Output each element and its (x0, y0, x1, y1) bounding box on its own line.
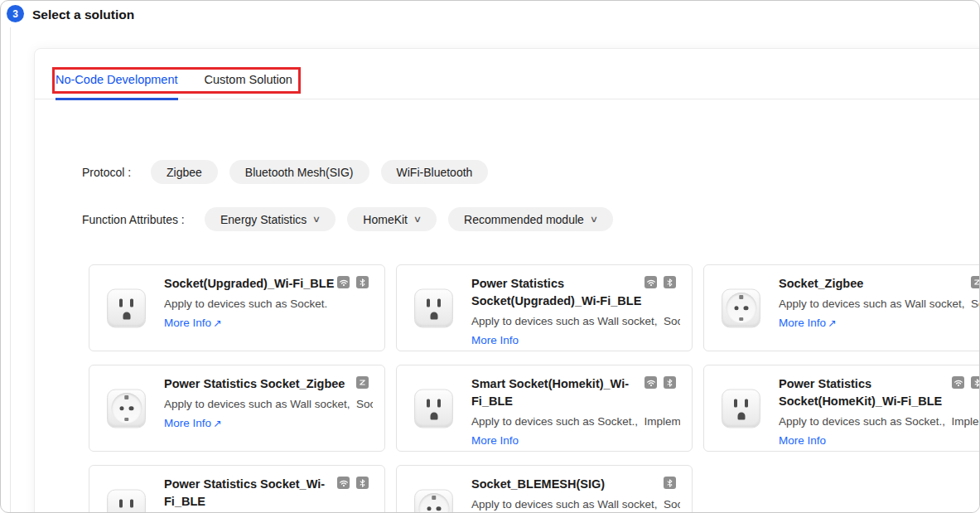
solution-description: Apply to devices such as Socket., Implem… (471, 414, 680, 429)
eu-socket-icon (107, 389, 146, 428)
active-tab-indicator (56, 98, 178, 100)
solution-title: Power Statistics Socket(HomeKit)_Wi-Fi_B… (779, 375, 980, 410)
page-title: Select a solution (32, 7, 134, 22)
solution-title: Socket_BLEMESH(SIG) (471, 476, 680, 493)
protocol-badges (356, 376, 369, 389)
dropdown-homekit[interactable]: HomeKit∨ (347, 207, 437, 231)
tab-bar: No-Code Development Custom Solution (35, 49, 980, 99)
solution-title: Socket_Zigbee (779, 275, 980, 293)
bluetooth-icon (664, 276, 676, 288)
solution-card[interactable]: Socket_BLEMESH(SIG) Apply to devices suc… (396, 465, 693, 513)
external-link-icon: ↗ (213, 316, 221, 331)
protocol-badges (644, 276, 676, 288)
more-info-label: More Info (779, 433, 826, 448)
more-info-label: More Info (471, 333, 519, 348)
select-solution-page: { "step": { "number": "3", "title": "Sel… (0, 0, 980, 513)
bluetooth-icon (664, 477, 676, 489)
more-info-link[interactable]: More Info (471, 333, 519, 348)
solution-description: Apply to devices such as Socket., Implem… (779, 414, 980, 429)
solution-card[interactable]: Power Statistics Socket_Zigbee Apply to … (89, 365, 385, 452)
protocol-chip-zigbee[interactable]: Zigbee (151, 160, 218, 184)
eu-socket-icon (722, 288, 760, 327)
function-attributes-label: Function Attributes : (82, 213, 193, 226)
function-attributes-row: Function Attributes : Energy Statistics∨… (82, 207, 625, 231)
zigbee-icon (971, 276, 980, 288)
solution-title: Power Statistics Socket_Zigbee (164, 375, 373, 393)
solution-description: Apply to devices such as Wall socket, So… (164, 396, 373, 412)
bluetooth-icon (356, 477, 369, 489)
dropdown-energy-statistics[interactable]: Energy Statistics∨ (205, 207, 336, 231)
external-link-icon: ↗ (213, 416, 221, 431)
solution-card[interactable]: Socket_Zigbee Apply to devices such as W… (703, 264, 980, 351)
protocol-badges (952, 376, 980, 389)
more-info-link[interactable]: More Info↗ (164, 316, 222, 331)
more-info-label: More Info (164, 316, 211, 331)
more-info-label: More Info (471, 433, 519, 448)
protocol-chip-wifi-bluetooth[interactable]: WiFi-Bluetooth (381, 160, 489, 184)
dropdown-recommended-module[interactable]: Recommended module∨ (448, 207, 613, 231)
tab-no-code-development[interactable]: No-Code Development (56, 61, 178, 86)
external-link-icon: ↗ (828, 316, 836, 331)
more-info-label: More Info (779, 316, 826, 331)
bluetooth-icon (971, 376, 980, 389)
dropdown-label: Recommended module (464, 213, 584, 226)
more-info-label: More Info (164, 416, 211, 431)
protocol-badges (664, 477, 676, 489)
step-connector-line (10, 27, 11, 512)
tab-custom-solution[interactable]: Custom Solution (205, 61, 292, 86)
solution-card[interactable]: Power Statistics Socket(HomeKit)_Wi-Fi_B… (703, 365, 980, 452)
protocol-badges (337, 276, 369, 288)
wifi-icon (337, 477, 350, 489)
more-info-link[interactable]: More Info (779, 433, 826, 448)
solution-card[interactable]: Power Statistics Socket(Upgraded)_Wi-Fi_… (396, 264, 693, 351)
wifi-icon (644, 276, 657, 288)
bluetooth-icon (356, 276, 369, 288)
more-info-link[interactable]: More Info (471, 433, 519, 448)
solution-panel: No-Code Development Custom Solution Prot… (34, 48, 980, 513)
solution-description: Apply to devices such as Wall socket, So… (471, 496, 680, 512)
us-socket-icon (107, 288, 146, 327)
protocol-badges (337, 477, 369, 489)
step-number-badge: 3 (7, 5, 24, 22)
wifi-icon (337, 276, 350, 288)
protocol-label: Protocol : (82, 166, 139, 179)
eu-socket-icon (414, 489, 453, 513)
solution-description: Apply to devices such as Wall socket, So… (471, 313, 680, 329)
us-socket-icon (722, 389, 760, 428)
protocol-badges (644, 376, 676, 389)
more-info-link[interactable]: More Info↗ (779, 316, 837, 331)
solution-card[interactable]: Power Statistics Socket_Wi-Fi_BLE Power … (89, 465, 385, 513)
zigbee-icon (356, 376, 369, 389)
solution-description: Apply to devices such as Socket. (164, 296, 373, 312)
protocol-chip-bluetooth-mesh[interactable]: Bluetooth Mesh(SIG) (229, 160, 369, 184)
wifi-icon (952, 376, 964, 389)
solution-card-grid: Socket(Upgraded)_Wi-Fi_BLE Apply to devi… (89, 264, 980, 513)
protocol-filter-row: Protocol : Zigbee Bluetooth Mesh(SIG) Wi… (82, 160, 500, 184)
chevron-down-icon: ∨ (312, 214, 321, 225)
dropdown-label: Energy Statistics (220, 213, 307, 226)
wifi-icon (644, 376, 657, 389)
solution-card[interactable]: Smart Socket(Homekit)_Wi-Fi_BLE Apply to… (396, 365, 693, 452)
chevron-down-icon: ∨ (413, 214, 422, 225)
more-info-link[interactable]: More Info↗ (164, 416, 222, 431)
us-socket-icon (414, 389, 453, 428)
chevron-down-icon: ∨ (590, 214, 598, 225)
bluetooth-icon (664, 376, 676, 389)
protocol-badges (971, 276, 980, 288)
solution-card[interactable]: Socket(Upgraded)_Wi-Fi_BLE Apply to devi… (89, 264, 385, 351)
solution-description: Apply to devices such as Wall socket, So… (779, 296, 980, 312)
dropdown-label: HomeKit (363, 213, 408, 226)
us-socket-icon (107, 489, 146, 513)
us-socket-icon (414, 288, 453, 327)
